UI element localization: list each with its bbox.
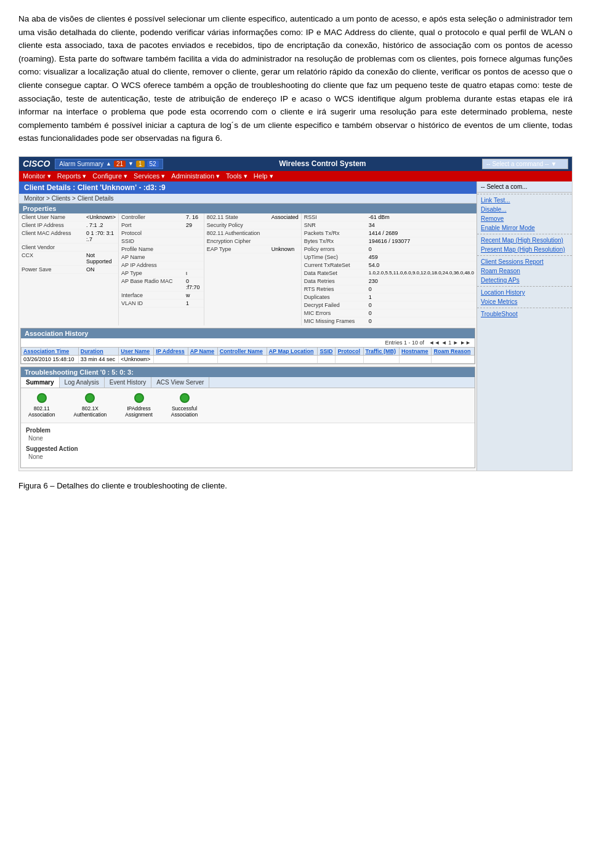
alarm-count-blue: 52 [147,161,159,167]
sidebar-link-present-map[interactable]: Present Map (High Resolution) [477,245,572,254]
prop-row: 802.11 StateAssociated [204,213,301,221]
breadcrumb: Monitor > Clients > Client Details [19,194,476,204]
prop-row: AP Name [119,253,204,261]
figure-caption: Figura 6 – Detalhes do cliente e trouble… [18,481,573,490]
prop-row: CCXNot Supported [19,252,118,266]
col-traffic[interactable]: Traffic (MB) [363,347,400,355]
prop-row: Packets Tx/Rx1414 / 2689 [302,229,476,237]
cell-assoc-time: 03/26/2010 15:48:10 [22,355,79,363]
suggested-action-label: Suggested Action [26,445,470,452]
sidebar-divider [477,308,572,308]
step-label-3: IPAddressAssignment [125,405,152,418]
step-label-4: SuccessfulAssociation [171,405,198,418]
sidebar-link-mirror[interactable]: Enable Mirror Mode [477,223,572,233]
alarm-count-yellow: 1 [136,161,145,167]
prop-row: Data RateSet1.0,2.0,5.5,11.0,6.0,9.0,12.… [302,269,476,277]
nav-services[interactable]: Services ▾ [134,172,165,180]
sidebar-link-voice-metrics[interactable]: Voice Metrics [477,297,572,306]
tab-log-analysis[interactable]: Log Analysis [60,377,105,388]
sidebar-link-location-history[interactable]: Location History [477,288,572,297]
step-successful: SuccessfulAssociation [171,393,198,418]
prop-row: Profile Name [119,245,204,253]
nav-bar: Monitor ▾ Reports ▾ Configure ▾ Services… [19,171,572,181]
sidebar-divider [477,194,572,194]
col-ap-map-location[interactable]: AP Map Location [267,347,318,355]
wcs-topbar: CISCO Alarm Summary ▲ 21 ▼ 1 52 Wireless… [19,157,572,171]
sidebar-link-recent-map[interactable]: Recent Map (High Resolution) [477,236,572,245]
right-sidebar: -- Select a com... Link Test... Disable.… [476,181,572,471]
wcs-title: Wireless Control System [279,159,366,168]
nav-monitor[interactable]: Monitor ▾ [23,172,51,180]
step-label-1: 802.11Association [28,405,55,418]
prop-row: AP Base Radio MAC0 :f7:70 [119,277,204,292]
step-circle-3 [134,393,144,403]
prop-row: RTS Retries0 [302,285,476,293]
prop-row: AP IP Address [119,261,204,269]
nav-administration[interactable]: Administration ▾ [171,172,220,180]
step-circle-1 [37,393,47,403]
col-roam-reason[interactable]: Roam Reason [432,347,475,355]
page-title: Client Details : Client 'Unknown' - :d3:… [24,183,166,192]
sidebar-link-remove[interactable]: Remove [477,214,572,223]
main-paragraph: Na aba de visões de clientes é possível … [18,12,573,145]
col-duration[interactable]: Duration [78,347,118,355]
tab-summary[interactable]: Summary [21,377,60,388]
nav-help[interactable]: Help ▾ [254,172,273,180]
tab-event-history[interactable]: Event History [105,377,151,388]
prop-col-3: 802.11 StateAssociated Security Policy 8… [204,213,302,325]
prop-col-4: RSSI-61 dBm SNR34 Packets Tx/Rx1414 / 26… [302,213,476,325]
sidebar-link-troubleshoot[interactable]: TroubleShoot [477,309,572,319]
col-protocol[interactable]: Protocol [336,347,363,355]
prop-row: Client MAC Address0 1 :70: 3:1 :.7 [19,229,118,244]
prop-row: AP Typeι [119,269,204,277]
prop-row: SNR34 [302,221,476,229]
prop-row: VLAN ID1 [119,300,204,308]
prop-row: Client User Name<Unknown> [19,213,118,221]
col-ap-name[interactable]: AP Name [188,347,217,355]
prop-row: Duplicates1 [302,293,476,301]
prop-row: Security Policy [204,221,301,229]
prop-row: Data Retries230 [302,277,476,285]
assoc-history-table: Association Time Duration User Name IP A… [21,347,475,364]
sidebar-link-sessions[interactable]: Client Sessions Report [477,257,572,266]
prop-col-2: Controller7. 16 Port29 Protocol SSID Pro… [119,213,204,325]
prop-col-1: Client User Name<Unknown> Client IP Addr… [19,213,119,325]
problem-value: None [26,435,470,442]
nav-reports[interactable]: Reports ▾ [57,172,87,180]
nav-tools[interactable]: Tools ▾ [226,172,247,180]
main-content-area: Client Details : Client 'Unknown' - :d3:… [19,181,572,471]
sidebar-link-test[interactable]: Link Test... [477,196,572,205]
cell-duration: 33 min 44 sec [78,355,118,363]
select-command-dropdown[interactable]: -- Select a command -- ▼ [482,159,568,169]
col-controller-name[interactable]: Controller Name [217,347,267,355]
prop-row: EAP TypeUnknown [204,245,301,253]
problem-section: Problem None Suggested Action None [21,423,475,468]
step-circle-2 [85,393,95,403]
select-command-label: -- Select a command -- [486,161,549,167]
col-user-name[interactable]: User Name [119,347,154,355]
alarm-label: Alarm Summary [59,161,103,167]
sidebar-link-disable[interactable]: Disable... [477,205,572,214]
step-802-11: 802.11Association [28,393,55,418]
select-command-label-sidebar: -- Select a com... [477,181,572,193]
tab-acs-view-server[interactable]: ACS View Server [151,377,209,388]
prop-row: MIC Missing Frames0 [302,317,476,325]
prop-row: Bytes Tx/Rx194616 / 193077 [302,237,476,245]
assoc-history-header: Association History [21,328,475,338]
prop-row: RSSI-61 dBm [302,213,476,221]
problem-label: Problem [26,427,470,434]
cell-roam [432,355,475,363]
troubleshoot-header: Troubleshooting Client '0 : 5: 0: 3: [21,367,475,377]
prop-row: Controller7. 16 [119,213,204,221]
col-ip-address[interactable]: IP Address [154,347,188,355]
col-hostname[interactable]: Hostname [400,347,432,355]
nav-configure[interactable]: Configure ▾ [92,172,127,180]
prop-row: Client IP Address. 7:1 .2 [19,221,118,229]
sidebar-link-roam-reason[interactable]: Roam Reason [477,266,572,276]
sidebar-link-detecting-aps[interactable]: Detecting APs [477,276,572,285]
properties-header: Properties [19,204,476,213]
col-assoc-time[interactable]: Association Time [22,347,79,355]
cell-controller [217,355,267,363]
prop-row: Client Vendor [19,244,118,252]
col-ssid[interactable]: SSID [318,347,336,355]
